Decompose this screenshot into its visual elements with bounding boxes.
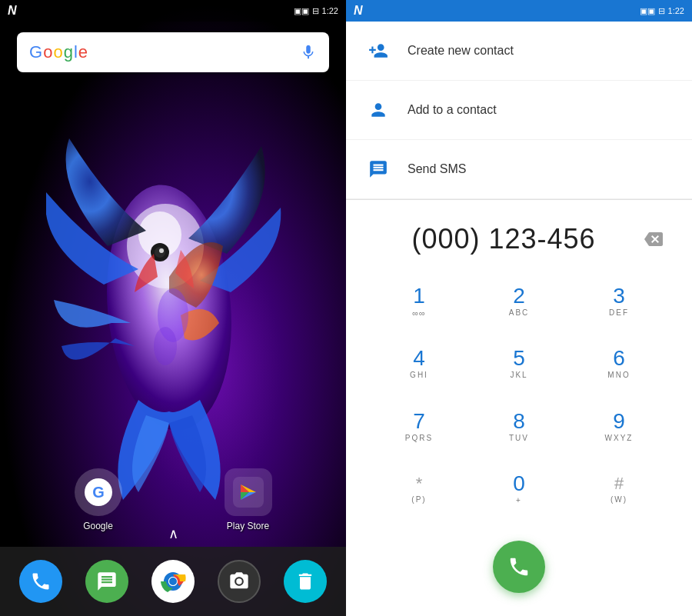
play-store-app-icon[interactable]: Play Store xyxy=(225,468,272,531)
mic-icon[interactable] xyxy=(300,44,317,61)
dialpad-section: (000) 123-456 1 ∞∞ 2 ABC 3 DEF xyxy=(346,200,692,616)
backspace-button[interactable] xyxy=(638,224,669,255)
backspace-icon xyxy=(644,230,663,248)
digit-6: 6 xyxy=(613,348,625,369)
sub-4: GHI xyxy=(410,371,428,381)
google-app-icon[interactable]: G Google xyxy=(75,468,122,531)
signal-icon: ▣▣ xyxy=(294,6,309,16)
create-contact-item[interactable]: Create new contact xyxy=(346,22,692,81)
svg-point-15 xyxy=(169,578,177,585)
google-search-bar[interactable]: Google xyxy=(17,32,329,72)
dial-key-5[interactable]: 5 JKL xyxy=(469,333,569,395)
dial-key-9[interactable]: 9 WXYZ xyxy=(569,396,669,458)
menu-area: Create new contact Add to a contact Send… xyxy=(346,22,692,199)
phone-number: (000) 123-456 xyxy=(369,223,638,255)
send-sms-label: Send SMS xyxy=(408,162,466,176)
oneplus-logo-left: N xyxy=(8,4,17,18)
add-contact-item[interactable]: Add to a contact xyxy=(346,81,692,140)
digit-3: 3 xyxy=(613,285,625,307)
home-icons-row: G Google Play Store xyxy=(0,468,346,531)
camera-icon xyxy=(228,571,250,592)
call-button-row xyxy=(346,528,692,608)
dial-key-7[interactable]: 7 PQRS xyxy=(369,396,469,458)
digit-9: 9 xyxy=(613,411,625,432)
dial-key-0[interactable]: 0 + xyxy=(469,458,569,521)
svg-point-5 xyxy=(159,248,164,253)
google-icon: G xyxy=(83,477,114,508)
svg-text:G: G xyxy=(92,484,105,501)
time-left: 1:22 xyxy=(322,6,338,15)
dock xyxy=(0,547,346,616)
dial-key-2[interactable]: 2 ABC xyxy=(469,271,569,333)
play-store-icon xyxy=(233,477,264,508)
create-contact-label: Create new contact xyxy=(408,44,514,58)
dock-chrome[interactable] xyxy=(151,560,195,603)
digit-star: * xyxy=(416,474,423,494)
digit-7: 7 xyxy=(413,411,425,432)
dock-camera[interactable] xyxy=(218,560,261,603)
sub-3: DEF xyxy=(609,308,629,318)
dock-phone[interactable] xyxy=(19,560,62,603)
right-panel: N ▣▣ ⊟ 1:22 Create new contact Add to a … xyxy=(346,0,692,616)
dial-key-6[interactable]: 6 MNO xyxy=(569,333,669,395)
dial-key-4[interactable]: 4 GHI xyxy=(369,333,469,395)
files-icon xyxy=(294,571,316,592)
play-store-label: Play Store xyxy=(227,521,269,531)
dock-messages[interactable] xyxy=(85,560,128,603)
send-sms-icon xyxy=(364,155,392,183)
sub-hash: (W) xyxy=(610,495,627,505)
create-contact-icon xyxy=(364,37,392,65)
dock-files[interactable] xyxy=(284,560,327,603)
digit-1: 1 xyxy=(413,285,425,307)
svg-point-7 xyxy=(154,327,177,365)
google-logo: Google xyxy=(29,42,88,62)
status-icons-right: ▣▣ ⊟ 1:22 xyxy=(640,6,684,16)
status-icons-left: ▣▣ ⊟ 1:22 xyxy=(294,6,338,16)
dial-key-3[interactable]: 3 DEF xyxy=(569,271,669,333)
status-bar-left: N ▣▣ ⊟ 1:22 xyxy=(0,0,346,22)
sub-8: TUV xyxy=(509,434,529,444)
call-icon xyxy=(507,555,531,578)
sub-9: WXYZ xyxy=(605,434,634,444)
dial-key-hash[interactable]: # (W) xyxy=(569,458,669,521)
time-right: 1:22 xyxy=(668,6,684,15)
sub-6: MNO xyxy=(607,371,630,381)
google-label: Google xyxy=(83,521,113,531)
chrome-icon xyxy=(160,568,186,594)
send-sms-item[interactable]: Send SMS xyxy=(346,140,692,199)
dialpad-grid: 1 ∞∞ 2 ABC 3 DEF 4 GHI 5 JKL 6 MNO xyxy=(346,263,692,528)
left-panel: N ▣▣ ⊟ 1:22 Google G Google xyxy=(0,0,346,616)
digit-5: 5 xyxy=(513,348,525,369)
sub-0: + xyxy=(516,496,522,506)
fish-art xyxy=(46,92,292,508)
phone-icon xyxy=(30,571,52,592)
digit-0: 0 xyxy=(513,473,525,494)
dial-key-1[interactable]: 1 ∞∞ xyxy=(369,271,469,333)
dial-key-8[interactable]: 8 TUV xyxy=(469,396,569,458)
digit-8: 8 xyxy=(513,411,525,432)
up-arrow[interactable]: ∧ xyxy=(168,525,178,542)
battery-icon-right: ⊟ xyxy=(658,6,665,16)
sub-7: PQRS xyxy=(405,434,433,444)
sub-1: ∞∞ xyxy=(412,308,426,318)
phone-display: (000) 123-456 xyxy=(346,208,692,263)
battery-icon: ⊟ xyxy=(312,6,319,16)
oneplus-logo-right: N xyxy=(354,4,363,18)
call-button[interactable] xyxy=(493,541,545,593)
add-contact-label: Add to a contact xyxy=(408,103,497,117)
sub-5: JKL xyxy=(510,371,527,381)
messages-icon xyxy=(96,571,118,592)
sub-2: ABC xyxy=(509,308,530,318)
dial-key-star[interactable]: * (P) xyxy=(369,458,469,521)
digit-2: 2 xyxy=(513,285,525,307)
sub-star: (P) xyxy=(411,495,426,505)
digit-hash: # xyxy=(614,474,624,494)
signal-icon-right: ▣▣ xyxy=(640,6,655,16)
add-contact-icon xyxy=(364,96,392,124)
status-bar-right: N ▣▣ ⊟ 1:22 xyxy=(346,0,692,22)
digit-4: 4 xyxy=(413,348,425,369)
